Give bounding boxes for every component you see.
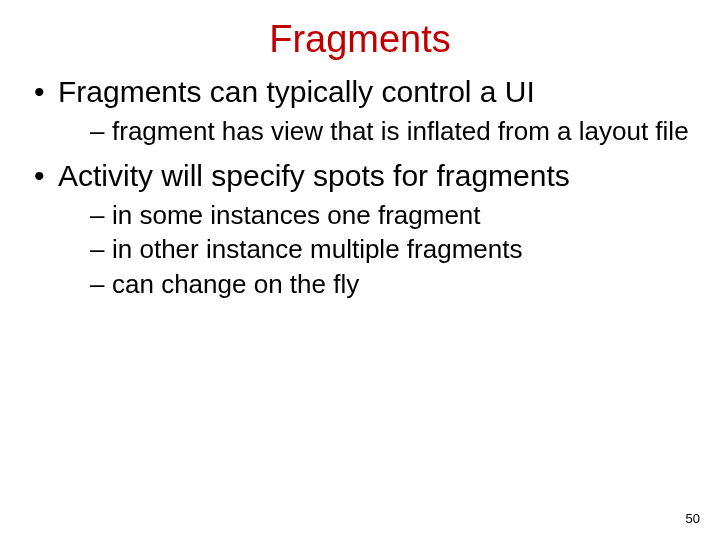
sub-bullet-item: can change on the fly — [90, 268, 690, 301]
bullet-text: Activity will specify spots for fragment… — [58, 159, 570, 192]
sub-bullet-item: in some instances one fragment — [90, 199, 690, 232]
bullet-item: Fragments can typically control a UI fra… — [30, 73, 690, 147]
slide-title: Fragments — [0, 0, 720, 61]
sub-bullet-item: in other instance multiple fragments — [90, 233, 690, 266]
sub-bullet-text: in other instance multiple fragments — [112, 234, 522, 264]
sub-bullet-item: fragment has view that is inflated from … — [90, 115, 690, 148]
sub-bullet-list: fragment has view that is inflated from … — [58, 115, 690, 148]
sub-bullet-text: fragment has view that is inflated from … — [112, 116, 689, 146]
sub-bullet-text: can change on the fly — [112, 269, 359, 299]
sub-bullet-text: in some instances one fragment — [112, 200, 481, 230]
slide: Fragments Fragments can typically contro… — [0, 0, 720, 540]
page-number: 50 — [686, 511, 700, 526]
bullet-list: Fragments can typically control a UI fra… — [30, 73, 690, 300]
bullet-item: Activity will specify spots for fragment… — [30, 157, 690, 300]
sub-bullet-list: in some instances one fragment in other … — [58, 199, 690, 301]
bullet-text: Fragments can typically control a UI — [58, 75, 535, 108]
slide-content: Fragments can typically control a UI fra… — [0, 61, 720, 300]
